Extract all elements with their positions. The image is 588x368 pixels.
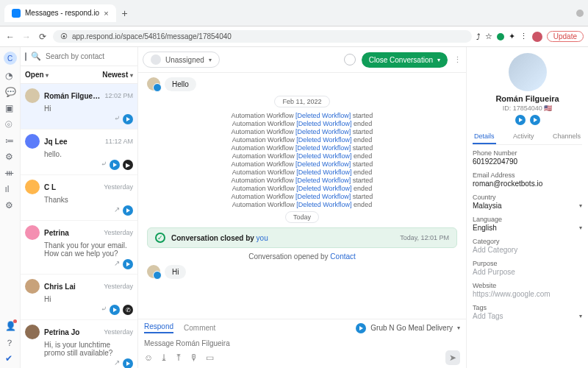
- address-bar[interactable]: ⦿ app.respond.io/space/54816/message/178…: [53, 30, 472, 43]
- gear-icon[interactable]: ⚙: [5, 200, 15, 210]
- field-value[interactable]: https://www.google.com: [473, 290, 582, 298]
- contact-name: Petrina Jo: [44, 328, 99, 336]
- sort-filter[interactable]: Newest ▾: [102, 71, 133, 79]
- status-filter[interactable]: Open ▾: [25, 71, 49, 79]
- share-icon[interactable]: ⤴: [476, 32, 481, 41]
- collapse-panel-icon[interactable]: [25, 52, 26, 61]
- extensions-icon[interactable]: ✦: [509, 32, 515, 41]
- more-icon[interactable]: ⋮: [453, 55, 462, 65]
- field-label: Purpose: [473, 260, 582, 267]
- snooze-icon[interactable]: [344, 54, 356, 66]
- logo-icon: ✔: [5, 353, 15, 364]
- message-preview: Hi: [44, 105, 133, 113]
- avatar: [25, 180, 40, 194]
- timestamp: 11:12 AM: [105, 138, 133, 145]
- conversation-item[interactable]: PetrinaYesterdayThank you for your email…: [21, 221, 137, 275]
- bookmark-icon[interactable]: ☆: [485, 32, 492, 41]
- menu-icon[interactable]: ⋮: [520, 32, 528, 41]
- conversation-item[interactable]: Jq Lee11:12 AMhello.⤶▶: [21, 130, 137, 175]
- message-input[interactable]: [144, 336, 460, 350]
- workspace-avatar[interactable]: C: [4, 52, 17, 65]
- window-dash[interactable]: [576, 10, 584, 17]
- message-preview: Thank you for your email. How can we hel…: [44, 241, 133, 258]
- field-phone number[interactable]: Phone Number60192204790: [473, 149, 582, 166]
- direction-icon: ⤶: [114, 114, 120, 124]
- conversation-item[interactable]: C LYesterdayThanks↗: [21, 175, 137, 221]
- upload-icon[interactable]: ⤒: [175, 353, 182, 363]
- conversation-list: 🔍 Open ▾ Newest ▾ Román Filgueira12:02 P…: [21, 47, 138, 368]
- new-tab-button[interactable]: +: [122, 7, 128, 19]
- broadcast-icon[interactable]: ⦾: [5, 119, 15, 130]
- contact-name: Jq Lee: [44, 138, 101, 146]
- field-website[interactable]: Websitehttps://www.google.com: [473, 282, 582, 298]
- field-email address[interactable]: Email Addressroman@rocketbots.io: [473, 171, 582, 188]
- browser-tab[interactable]: Messages - respond.io ×: [4, 4, 116, 22]
- contact-avatar: [147, 265, 160, 278]
- timestamp: Yesterday: [104, 229, 133, 236]
- tab-comment[interactable]: Comment: [184, 324, 215, 332]
- contacts-icon[interactable]: ▣: [5, 103, 15, 113]
- message-preview: Hi, is your lunchtime promo still availa…: [44, 341, 133, 357]
- search-input[interactable]: [46, 52, 139, 60]
- field-value[interactable]: roman@rocketbots.io: [473, 180, 582, 188]
- snippet-icon[interactable]: ▭: [206, 353, 214, 363]
- composer: Respond Comment Grub N Go Meal Delivery▾…: [138, 319, 466, 368]
- field-value[interactable]: Add Purpose: [473, 268, 582, 276]
- tab-details[interactable]: Details: [473, 130, 496, 144]
- system-event: Automation Workflow [Deleted Workflow] s…: [147, 177, 457, 184]
- field-label: Email Address: [473, 171, 582, 179]
- system-event: Automation Workflow [Deleted Workflow] s…: [147, 128, 457, 135]
- field-language[interactable]: LanguageEnglish▾: [473, 216, 582, 232]
- telegram-icon[interactable]: [530, 115, 540, 125]
- field-value[interactable]: Add Tags▾: [473, 312, 582, 320]
- tab-respond[interactable]: Respond: [144, 322, 173, 333]
- system-event: Automation Workflow [Deleted Workflow] s…: [147, 144, 457, 152]
- extension-icon[interactable]: [497, 33, 504, 40]
- assignee-dropdown[interactable]: Unassigned ▾: [143, 52, 220, 68]
- channel-icon: ▶: [123, 160, 133, 170]
- update-button[interactable]: Update: [547, 31, 584, 42]
- field-category[interactable]: CategoryAdd Category: [473, 238, 582, 254]
- back-icon[interactable]: ←: [4, 32, 16, 42]
- messages-icon[interactable]: 💬: [5, 87, 15, 97]
- field-value[interactable]: 60192204790: [473, 158, 582, 166]
- attach-icon[interactable]: ⤓: [160, 353, 168, 363]
- settings-icon[interactable]: ⚙: [5, 152, 15, 162]
- field-purpose[interactable]: PurposeAdd Purpose: [473, 260, 582, 276]
- notifications-icon[interactable]: 👤: [5, 321, 15, 331]
- channel-selector[interactable]: Grub N Go Meal Delivery▾: [356, 323, 460, 333]
- send-button[interactable]: ➤: [445, 350, 460, 365]
- assignee-label: Unassigned: [165, 56, 204, 64]
- field-country[interactable]: CountryMalaysia▾: [473, 194, 582, 210]
- org-icon[interactable]: ᚒ: [5, 168, 15, 178]
- close-conversation-button[interactable]: Close Conversation▾: [362, 52, 448, 68]
- timestamp: Yesterday: [104, 328, 133, 336]
- contact-name: Chris Lai: [44, 283, 99, 291]
- user-icon: [151, 54, 161, 65]
- system-event: Automation Workflow [Deleted Workflow] e…: [147, 136, 457, 144]
- close-tab-icon[interactable]: ×: [104, 9, 108, 18]
- field-label: Language: [473, 216, 582, 223]
- conversation-closed-banner: ✓ Conversation closed by you Today, 12:0…: [147, 227, 457, 248]
- tab-channels[interactable]: Channels: [551, 130, 582, 144]
- workflows-icon[interactable]: ≔: [5, 135, 15, 146]
- dashboard-icon[interactable]: ◔: [5, 71, 15, 81]
- reports-icon[interactable]: ıl: [5, 184, 15, 194]
- contact-profile-avatar: [509, 53, 547, 91]
- help-icon[interactable]: ？: [5, 337, 15, 347]
- field-value[interactable]: Add Category: [473, 246, 582, 254]
- field-value[interactable]: English▾: [473, 224, 582, 232]
- conversation-item[interactable]: Román Filgueira12:02 PMHi⤶: [21, 84, 137, 130]
- tab-activity[interactable]: Activity: [512, 130, 536, 144]
- emoji-icon[interactable]: ☺: [144, 353, 153, 363]
- contact-panel: Román Filgueira ID: 17854040 🇺🇸 Details …: [467, 47, 588, 368]
- conversation-item[interactable]: Chris LaiYesterdayHi⤶✆: [21, 275, 137, 320]
- profile-avatar[interactable]: [532, 32, 542, 42]
- field-tags[interactable]: TagsAdd Tags▾: [473, 304, 582, 320]
- timestamp: Yesterday: [104, 183, 133, 191]
- mic-icon[interactable]: 🎙: [190, 353, 198, 363]
- field-value[interactable]: Malaysia▾: [473, 202, 582, 210]
- reload-icon[interactable]: ⟳: [37, 32, 49, 42]
- conversation-item[interactable]: Petrina JoYesterdayHi, is your lunchtime…: [21, 320, 137, 368]
- telegram-icon[interactable]: [515, 115, 526, 125]
